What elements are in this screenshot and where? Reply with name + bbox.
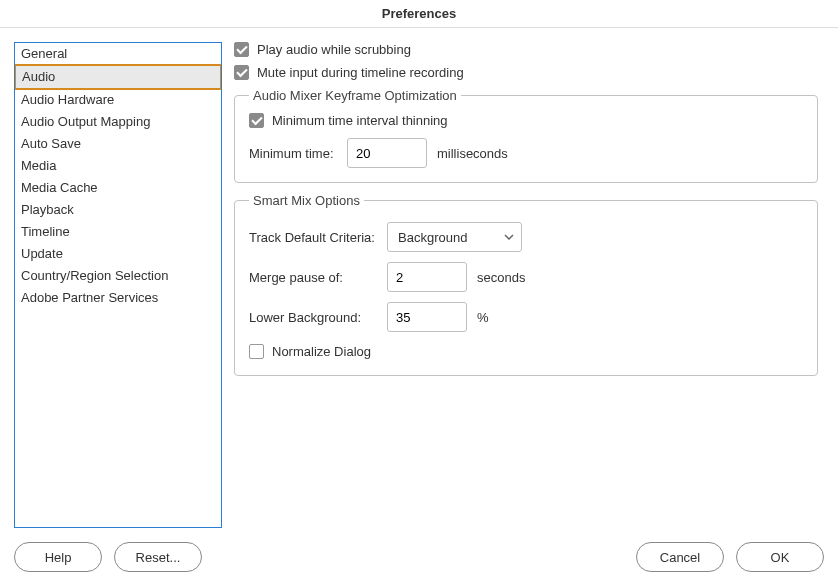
play-audio-scrubbing-row: Play audio while scrubbing — [234, 42, 818, 57]
sidebar-item-media-cache[interactable]: Media Cache — [15, 177, 221, 199]
sidebar-item-playback[interactable]: Playback — [15, 199, 221, 221]
dialog-footer: Help Reset... Cancel OK — [14, 542, 824, 572]
footer-right: Cancel OK — [636, 542, 824, 572]
merge-pause-input[interactable] — [387, 262, 467, 292]
sidebar-item-partner-services[interactable]: Adobe Partner Services — [15, 287, 221, 309]
thinning-row: Minimum time interval thinning — [249, 113, 803, 128]
normalize-dialog-checkbox[interactable] — [249, 344, 264, 359]
sidebar-item-update[interactable]: Update — [15, 243, 221, 265]
smart-mix-group: Smart Mix Options Track Default Criteria… — [234, 193, 818, 376]
keyframe-optimization-group: Audio Mixer Keyframe Optimization Minimu… — [234, 88, 818, 183]
mute-input-recording-label: Mute input during timeline recording — [257, 65, 464, 80]
track-default-value: Background — [398, 230, 467, 245]
thinning-checkbox[interactable] — [249, 113, 264, 128]
minimum-time-label: Minimum time: — [249, 146, 337, 161]
sidebar-item-audio-output-mapping[interactable]: Audio Output Mapping — [15, 111, 221, 133]
lower-background-label: Lower Background: — [249, 310, 377, 325]
minimum-time-unit: milliseconds — [437, 146, 508, 161]
lower-background-input[interactable] — [387, 302, 467, 332]
help-button[interactable]: Help — [14, 542, 102, 572]
minimum-time-row: Minimum time: milliseconds — [249, 138, 803, 168]
sidebar-item-timeline[interactable]: Timeline — [15, 221, 221, 243]
track-default-label: Track Default Criteria: — [249, 230, 377, 245]
smart-mix-legend: Smart Mix Options — [249, 193, 364, 208]
settings-panel: Play audio while scrubbing Mute input du… — [234, 42, 824, 528]
sidebar-item-audio-hardware[interactable]: Audio Hardware — [15, 89, 221, 111]
merge-pause-unit: seconds — [477, 270, 525, 285]
cancel-button[interactable]: Cancel — [636, 542, 724, 572]
track-default-select[interactable]: Background — [387, 222, 522, 252]
minimum-time-input[interactable] — [347, 138, 427, 168]
sidebar-item-country-region[interactable]: Country/Region Selection — [15, 265, 221, 287]
normalize-dialog-label: Normalize Dialog — [272, 344, 371, 359]
preferences-category-list[interactable]: General Audio Audio Hardware Audio Outpu… — [14, 42, 222, 528]
content-area: General Audio Audio Hardware Audio Outpu… — [0, 28, 838, 528]
mute-input-recording-checkbox[interactable] — [234, 65, 249, 80]
sidebar-item-audio[interactable]: Audio — [14, 64, 222, 90]
titlebar: Preferences — [0, 0, 838, 28]
keyframe-optimization-legend: Audio Mixer Keyframe Optimization — [249, 88, 461, 103]
play-audio-scrubbing-checkbox[interactable] — [234, 42, 249, 57]
reset-button[interactable]: Reset... — [114, 542, 202, 572]
sidebar-item-auto-save[interactable]: Auto Save — [15, 133, 221, 155]
sidebar-item-general[interactable]: General — [15, 43, 221, 65]
thinning-label: Minimum time interval thinning — [272, 113, 448, 128]
normalize-dialog-row: Normalize Dialog — [249, 344, 803, 359]
play-audio-scrubbing-label: Play audio while scrubbing — [257, 42, 411, 57]
mute-input-recording-row: Mute input during timeline recording — [234, 65, 818, 80]
ok-button[interactable]: OK — [736, 542, 824, 572]
footer-left: Help Reset... — [14, 542, 202, 572]
merge-pause-label: Merge pause of: — [249, 270, 377, 285]
merge-pause-row: Merge pause of: seconds — [249, 262, 803, 292]
lower-background-row: Lower Background: % — [249, 302, 803, 332]
sidebar-item-media[interactable]: Media — [15, 155, 221, 177]
lower-background-unit: % — [477, 310, 489, 325]
track-default-row: Track Default Criteria: Background — [249, 222, 803, 252]
window-title: Preferences — [382, 6, 456, 21]
